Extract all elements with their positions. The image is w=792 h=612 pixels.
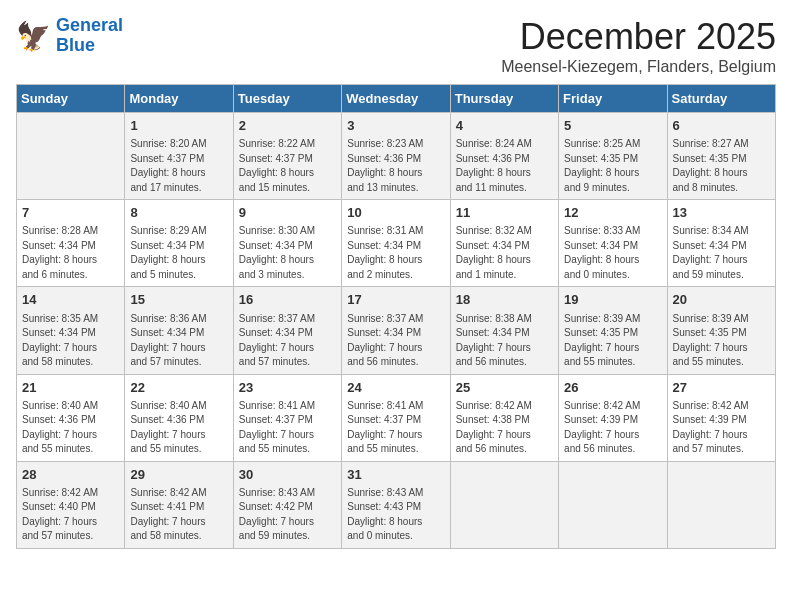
calendar-cell: 9Sunrise: 8:30 AM Sunset: 4:34 PM Daylig…	[233, 200, 341, 287]
day-number: 6	[673, 117, 770, 135]
day-number: 19	[564, 291, 661, 309]
logo-text: General Blue	[56, 16, 123, 56]
day-number: 22	[130, 379, 227, 397]
calendar-week-4: 21Sunrise: 8:40 AM Sunset: 4:36 PM Dayli…	[17, 374, 776, 461]
calendar-cell: 18Sunrise: 8:38 AM Sunset: 4:34 PM Dayli…	[450, 287, 558, 374]
calendar-cell	[559, 461, 667, 548]
calendar-table: SundayMondayTuesdayWednesdayThursdayFrid…	[16, 84, 776, 549]
day-number: 17	[347, 291, 444, 309]
day-number: 21	[22, 379, 119, 397]
day-number: 29	[130, 466, 227, 484]
calendar-week-2: 7Sunrise: 8:28 AM Sunset: 4:34 PM Daylig…	[17, 200, 776, 287]
day-number: 18	[456, 291, 553, 309]
calendar-body: 1Sunrise: 8:20 AM Sunset: 4:37 PM Daylig…	[17, 113, 776, 549]
calendar-week-3: 14Sunrise: 8:35 AM Sunset: 4:34 PM Dayli…	[17, 287, 776, 374]
day-number: 31	[347, 466, 444, 484]
column-header-thursday: Thursday	[450, 85, 558, 113]
day-number: 27	[673, 379, 770, 397]
calendar-cell: 25Sunrise: 8:42 AM Sunset: 4:38 PM Dayli…	[450, 374, 558, 461]
day-number: 15	[130, 291, 227, 309]
day-number: 4	[456, 117, 553, 135]
calendar-cell	[17, 113, 125, 200]
day-number: 28	[22, 466, 119, 484]
day-info: Sunrise: 8:24 AM Sunset: 4:36 PM Dayligh…	[456, 137, 553, 195]
day-info: Sunrise: 8:41 AM Sunset: 4:37 PM Dayligh…	[347, 399, 444, 457]
day-number: 20	[673, 291, 770, 309]
day-info: Sunrise: 8:34 AM Sunset: 4:34 PM Dayligh…	[673, 224, 770, 282]
calendar-header-row: SundayMondayTuesdayWednesdayThursdayFrid…	[17, 85, 776, 113]
calendar-cell	[667, 461, 775, 548]
column-header-friday: Friday	[559, 85, 667, 113]
day-info: Sunrise: 8:42 AM Sunset: 4:40 PM Dayligh…	[22, 486, 119, 544]
title-area: December 2025 Meensel-Kiezegem, Flanders…	[501, 16, 776, 76]
day-number: 25	[456, 379, 553, 397]
day-info: Sunrise: 8:29 AM Sunset: 4:34 PM Dayligh…	[130, 224, 227, 282]
day-number: 16	[239, 291, 336, 309]
calendar-cell	[450, 461, 558, 548]
day-info: Sunrise: 8:20 AM Sunset: 4:37 PM Dayligh…	[130, 137, 227, 195]
column-header-monday: Monday	[125, 85, 233, 113]
header: 🦅 General Blue December 2025 Meensel-Kie…	[16, 16, 776, 76]
calendar-week-1: 1Sunrise: 8:20 AM Sunset: 4:37 PM Daylig…	[17, 113, 776, 200]
calendar-cell: 6Sunrise: 8:27 AM Sunset: 4:35 PM Daylig…	[667, 113, 775, 200]
day-number: 12	[564, 204, 661, 222]
day-number: 9	[239, 204, 336, 222]
calendar-cell: 20Sunrise: 8:39 AM Sunset: 4:35 PM Dayli…	[667, 287, 775, 374]
day-info: Sunrise: 8:43 AM Sunset: 4:43 PM Dayligh…	[347, 486, 444, 544]
day-info: Sunrise: 8:39 AM Sunset: 4:35 PM Dayligh…	[673, 312, 770, 370]
calendar-cell: 4Sunrise: 8:24 AM Sunset: 4:36 PM Daylig…	[450, 113, 558, 200]
day-info: Sunrise: 8:23 AM Sunset: 4:36 PM Dayligh…	[347, 137, 444, 195]
column-header-saturday: Saturday	[667, 85, 775, 113]
calendar-cell: 15Sunrise: 8:36 AM Sunset: 4:34 PM Dayli…	[125, 287, 233, 374]
day-info: Sunrise: 8:32 AM Sunset: 4:34 PM Dayligh…	[456, 224, 553, 282]
calendar-cell: 2Sunrise: 8:22 AM Sunset: 4:37 PM Daylig…	[233, 113, 341, 200]
day-info: Sunrise: 8:42 AM Sunset: 4:39 PM Dayligh…	[673, 399, 770, 457]
calendar-cell: 23Sunrise: 8:41 AM Sunset: 4:37 PM Dayli…	[233, 374, 341, 461]
day-number: 5	[564, 117, 661, 135]
day-number: 30	[239, 466, 336, 484]
day-number: 26	[564, 379, 661, 397]
day-info: Sunrise: 8:43 AM Sunset: 4:42 PM Dayligh…	[239, 486, 336, 544]
day-number: 14	[22, 291, 119, 309]
day-info: Sunrise: 8:30 AM Sunset: 4:34 PM Dayligh…	[239, 224, 336, 282]
calendar-cell: 17Sunrise: 8:37 AM Sunset: 4:34 PM Dayli…	[342, 287, 450, 374]
calendar-cell: 26Sunrise: 8:42 AM Sunset: 4:39 PM Dayli…	[559, 374, 667, 461]
day-info: Sunrise: 8:31 AM Sunset: 4:34 PM Dayligh…	[347, 224, 444, 282]
day-number: 10	[347, 204, 444, 222]
day-info: Sunrise: 8:42 AM Sunset: 4:38 PM Dayligh…	[456, 399, 553, 457]
calendar-cell: 28Sunrise: 8:42 AM Sunset: 4:40 PM Dayli…	[17, 461, 125, 548]
day-info: Sunrise: 8:36 AM Sunset: 4:34 PM Dayligh…	[130, 312, 227, 370]
day-info: Sunrise: 8:40 AM Sunset: 4:36 PM Dayligh…	[130, 399, 227, 457]
day-info: Sunrise: 8:35 AM Sunset: 4:34 PM Dayligh…	[22, 312, 119, 370]
calendar-cell: 27Sunrise: 8:42 AM Sunset: 4:39 PM Dayli…	[667, 374, 775, 461]
calendar-cell: 16Sunrise: 8:37 AM Sunset: 4:34 PM Dayli…	[233, 287, 341, 374]
calendar-cell: 3Sunrise: 8:23 AM Sunset: 4:36 PM Daylig…	[342, 113, 450, 200]
day-number: 3	[347, 117, 444, 135]
calendar-cell: 7Sunrise: 8:28 AM Sunset: 4:34 PM Daylig…	[17, 200, 125, 287]
day-info: Sunrise: 8:42 AM Sunset: 4:41 PM Dayligh…	[130, 486, 227, 544]
day-info: Sunrise: 8:39 AM Sunset: 4:35 PM Dayligh…	[564, 312, 661, 370]
calendar-cell: 31Sunrise: 8:43 AM Sunset: 4:43 PM Dayli…	[342, 461, 450, 548]
logo-icon: 🦅	[16, 18, 52, 54]
svg-text:🦅: 🦅	[16, 20, 51, 53]
day-info: Sunrise: 8:41 AM Sunset: 4:37 PM Dayligh…	[239, 399, 336, 457]
day-info: Sunrise: 8:37 AM Sunset: 4:34 PM Dayligh…	[347, 312, 444, 370]
logo-line1: General	[56, 15, 123, 35]
day-number: 8	[130, 204, 227, 222]
calendar-cell: 30Sunrise: 8:43 AM Sunset: 4:42 PM Dayli…	[233, 461, 341, 548]
day-number: 23	[239, 379, 336, 397]
logo-line2: Blue	[56, 35, 95, 55]
calendar-cell: 22Sunrise: 8:40 AM Sunset: 4:36 PM Dayli…	[125, 374, 233, 461]
column-header-tuesday: Tuesday	[233, 85, 341, 113]
calendar-cell: 1Sunrise: 8:20 AM Sunset: 4:37 PM Daylig…	[125, 113, 233, 200]
column-header-wednesday: Wednesday	[342, 85, 450, 113]
day-info: Sunrise: 8:22 AM Sunset: 4:37 PM Dayligh…	[239, 137, 336, 195]
calendar-cell: 10Sunrise: 8:31 AM Sunset: 4:34 PM Dayli…	[342, 200, 450, 287]
column-header-sunday: Sunday	[17, 85, 125, 113]
day-info: Sunrise: 8:42 AM Sunset: 4:39 PM Dayligh…	[564, 399, 661, 457]
month-title: December 2025	[501, 16, 776, 58]
day-number: 11	[456, 204, 553, 222]
calendar-cell: 19Sunrise: 8:39 AM Sunset: 4:35 PM Dayli…	[559, 287, 667, 374]
calendar-cell: 8Sunrise: 8:29 AM Sunset: 4:34 PM Daylig…	[125, 200, 233, 287]
day-info: Sunrise: 8:25 AM Sunset: 4:35 PM Dayligh…	[564, 137, 661, 195]
